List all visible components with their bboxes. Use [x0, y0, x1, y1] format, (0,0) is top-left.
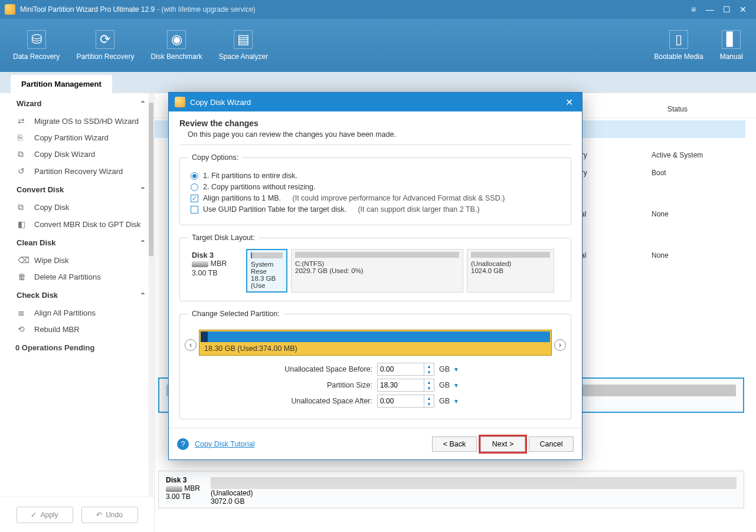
tutorial-link[interactable]: Copy Disk Tutorial: [195, 440, 254, 448]
sidebar-item-delete-all[interactable]: 🗑Delete All Partitions: [0, 268, 154, 285]
radio-icon: [191, 183, 198, 191]
tab-partition-management[interactable]: Partition Management: [11, 75, 112, 93]
dialog-footer: ? Copy Disk Tutorial < Back Next > Cance…: [169, 428, 582, 459]
check-align-1mb[interactable]: ✓Align partitions to 1 MB. (It could imp…: [191, 194, 560, 202]
tab-row: Partition Management: [0, 72, 756, 93]
check-use-gpt[interactable]: Use GUID Partition Table for the target …: [191, 205, 560, 214]
unalloc-before-label: Unallocated Space Before:: [188, 365, 377, 373]
partition-used-bar: [201, 331, 550, 342]
partition-size-input[interactable]: [377, 379, 424, 392]
checkbox-icon: [191, 206, 198, 214]
tool-space-analyzer[interactable]: ▤Space Analyzer: [211, 27, 276, 64]
app-logo-icon: [5, 4, 15, 15]
unalloc-after-label: Unallocated Space After:: [188, 397, 377, 405]
unit-dropdown[interactable]: ▼: [453, 366, 459, 373]
undo-icon: ↶: [96, 511, 102, 519]
group-check-disk[interactable]: Check Disk⌃: [0, 285, 154, 304]
eraser-icon: ⌫: [18, 255, 28, 265]
sidebar-scroll-thumb[interactable]: [149, 103, 153, 256]
undo-button[interactable]: ↶Undo: [81, 507, 138, 523]
dialog-heading: Review the changes: [179, 119, 571, 128]
radio-fit-entire-disk[interactable]: 1. Fit partitions to entire disk.: [191, 172, 560, 180]
minimize-icon[interactable]: —: [702, 1, 718, 18]
sidebar-item-align-all[interactable]: ≣Align All Partitions: [0, 304, 154, 321]
tool-manual[interactable]: ▋Manual: [712, 27, 751, 64]
group-clean-disk[interactable]: Clean Disk⌃: [0, 232, 154, 252]
menu-icon[interactable]: ≡: [685, 1, 702, 18]
partition-bar-label: 18.30 GB (Used:374.00 MB): [199, 343, 551, 354]
sidebar-item-partition-recovery[interactable]: ↺Partition Recovery Wizard: [0, 163, 154, 179]
partition-prev-button[interactable]: ‹: [185, 339, 197, 351]
operations-pending: 0 Operations Pending: [0, 337, 154, 358]
unit-dropdown[interactable]: ▼: [453, 382, 459, 389]
disk-icon: ⧉: [18, 202, 28, 212]
hdd-icon: [192, 261, 208, 267]
sidebar-item-copy-disk-wizard[interactable]: ⧉Copy Disk Wizard: [0, 146, 154, 163]
back-button[interactable]: < Back: [432, 436, 477, 452]
partition-bar: [251, 252, 283, 258]
maximize-icon[interactable]: ☐: [718, 1, 735, 18]
copy-options-fieldset: Copy Options: 1. Fit partitions to entir…: [179, 153, 571, 225]
radio-icon: [191, 172, 198, 180]
change-selected-fieldset: Change Selected Partition: ‹ 18.30 GB (U…: [179, 310, 571, 419]
tool-data-recovery[interactable]: ⛁Data Recovery: [5, 27, 68, 64]
titlebar: MiniTool Partition Wizard Pro Ultimate 1…: [0, 0, 756, 19]
sidebar-item-migrate-os[interactable]: ⇄Migrate OS to SSD/HD Wizard: [0, 113, 154, 129]
layout-partition[interactable]: C:(NTFS)2029.7 GB (Used: 0%): [291, 249, 463, 293]
rebuild-icon: ⟲: [18, 324, 28, 334]
disk-box-disk3[interactable]: Disk 3 MBR 3.00 TB (Unallocated) 3072.0 …: [158, 471, 744, 508]
check-icon: ✓: [31, 511, 37, 519]
checkbox-icon: ✓: [191, 195, 198, 202]
sidebar: Wizard⌃ ⇄Migrate OS to SSD/HD Wizard ⎘Co…: [0, 93, 155, 532]
dialog-subheading: On this page you can review the changes …: [188, 130, 571, 139]
tool-disk-benchmark[interactable]: ◉Disk Benchmark: [142, 27, 210, 64]
next-button[interactable]: Next >: [480, 436, 525, 452]
target-layout-legend: Target Disk Layout:: [188, 234, 258, 242]
main-toolbar: ⛁Data Recovery ⟳Partition Recovery ◉Disk…: [0, 19, 756, 72]
apply-button[interactable]: ✓Apply: [17, 507, 73, 523]
partition-recovery-icon: ⟳: [96, 30, 114, 49]
align-icon: ≣: [18, 308, 28, 317]
sidebar-footer: ✓Apply ↶Undo: [0, 497, 154, 532]
layout-partition[interactable]: (Unallocated)1024.0 GB: [467, 249, 554, 293]
dialog-close-icon[interactable]: ✕: [562, 97, 576, 108]
sidebar-item-copy-disk[interactable]: ⧉Copy Disk: [0, 199, 154, 216]
layout-partition[interactable]: System Rese18.3 GB (Use: [246, 249, 287, 293]
sidebar-item-rebuild-mbr[interactable]: ⟲Rebuild MBR: [0, 321, 154, 337]
sidebar-item-wipe-disk[interactable]: ⌫Wipe Disk: [0, 252, 154, 268]
tool-partition-recovery[interactable]: ⟳Partition Recovery: [68, 27, 142, 64]
group-convert-disk[interactable]: Convert Disk⌃: [0, 179, 154, 199]
disk3-unalloc: (Unallocated): [211, 489, 253, 497]
target-disk-layout-fieldset: Target Disk Layout: Disk 3 MBR 3.00 TB S…: [179, 234, 571, 301]
disk3-bar: [211, 477, 737, 489]
bootable-icon: ▯: [669, 30, 688, 49]
recovery-icon: ↺: [18, 166, 28, 176]
group-wizard[interactable]: Wizard⌃: [0, 93, 154, 113]
sidebar-item-copy-partition[interactable]: ⎘Copy Partition Wizard: [0, 129, 154, 146]
unit-dropdown[interactable]: ▼: [453, 398, 459, 405]
cancel-button[interactable]: Cancel: [529, 436, 574, 452]
trash-icon: 🗑: [18, 272, 28, 281]
partition-size-bar[interactable]: 18.30 GB (Used:374.00 MB): [199, 330, 552, 356]
copy-disk-icon: ⧉: [18, 149, 28, 159]
unalloc-after-input[interactable]: [377, 395, 424, 408]
chevron-up-icon: ⌃: [140, 186, 146, 194]
dialog-logo-icon: [175, 97, 185, 107]
spinner[interactable]: ▲▼: [424, 363, 434, 376]
spinner[interactable]: ▲▼: [424, 395, 434, 408]
partition-bar: [471, 252, 550, 258]
radio-no-resize[interactable]: 2. Copy partitions without resizing.: [191, 183, 560, 191]
manual-icon: ▋: [722, 30, 741, 49]
help-icon[interactable]: ?: [177, 438, 189, 450]
copy-disk-wizard-dialog: Copy Disk Wizard ✕ Review the changes On…: [168, 92, 582, 460]
partition-next-button[interactable]: ›: [554, 339, 566, 351]
unalloc-before-input[interactable]: [377, 363, 424, 376]
tool-bootable-media[interactable]: ▯Bootable Media: [646, 27, 711, 64]
migrate-icon: ⇄: [18, 116, 28, 126]
copy-options-legend: Copy Options:: [188, 153, 242, 162]
disk3-size: 3.00 TB: [166, 492, 191, 501]
close-icon[interactable]: ✕: [735, 1, 751, 18]
sidebar-item-convert-mbr-gpt[interactable]: ◧Convert MBR Disk to GPT Disk: [0, 216, 154, 232]
dialog-titlebar: Copy Disk Wizard ✕: [169, 93, 582, 111]
spinner[interactable]: ▲▼: [424, 379, 434, 392]
